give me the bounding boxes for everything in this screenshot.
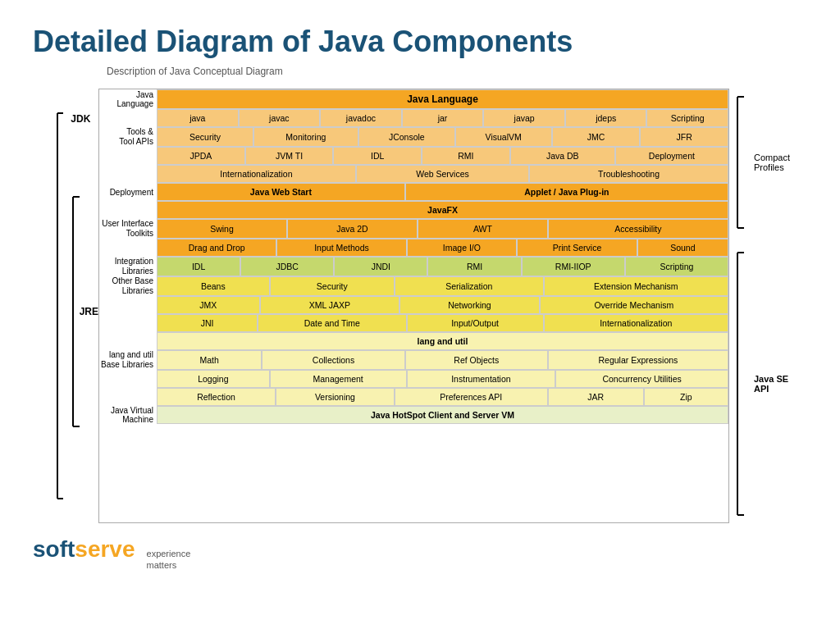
- page-title: Detailed Diagram of Java Components: [33, 25, 807, 59]
- cell-versioning: Versioning: [276, 388, 395, 406]
- cell-jar: jar: [402, 109, 484, 127]
- cell-accessibility: Accessibility: [548, 219, 728, 239]
- cell-deployment: Deployment: [615, 147, 728, 165]
- cell-math: Math: [157, 350, 262, 370]
- subtitle: Description of Java Conceptual Diagram: [107, 66, 807, 77]
- cell-javadoc: javadoc: [320, 109, 402, 127]
- cell-security-tools: Security: [157, 127, 253, 147]
- cell-applet: Applet / Java Plug-in: [405, 183, 728, 201]
- cell-zip: Zip: [644, 388, 728, 406]
- cell-troubleshooting: Troubleshooting: [529, 165, 728, 183]
- cell-javac: javac: [239, 109, 321, 127]
- cell-jar: JAR: [548, 388, 644, 406]
- cell-inputoutput: Input/Output: [407, 314, 544, 332]
- cell-intl1: Internationalization: [157, 165, 356, 183]
- tools-side-label: Tools &Tool APIs: [99, 127, 157, 147]
- compact-profiles-bracket: [733, 89, 754, 236]
- cell-concurrency: Concurrency Utilities: [555, 370, 728, 388]
- cell-imageio: Image I/O: [407, 239, 518, 257]
- cell-security-other: Security: [270, 276, 395, 296]
- cell-serialization: Serialization: [395, 276, 544, 296]
- jre-bracket: [63, 193, 80, 431]
- cell-jni: JNI: [157, 314, 258, 332]
- cell-jmx: JMX: [157, 296, 260, 314]
- cell-beans: Beans: [157, 276, 270, 296]
- cell-networking: Networking: [399, 296, 540, 314]
- cell-jdeps: jdeps: [565, 109, 647, 127]
- cell-javadb: Java DB: [510, 147, 615, 165]
- cell-awt: AWT: [418, 219, 548, 239]
- cell-jmc: JMC: [552, 127, 641, 147]
- cell-java2d: Java 2D: [287, 219, 418, 239]
- java-se-api-bracket: [733, 244, 754, 523]
- cell-swing: Swing: [157, 219, 287, 239]
- jvm-side-label: Java Virtual Machine: [99, 406, 157, 424]
- uitoolkits-side-label: User InterfaceToolkits: [99, 219, 157, 239]
- cell-jfr: JFR: [640, 127, 728, 147]
- cell-scripting1: Scripting: [646, 109, 728, 127]
- cell-idl2: IDL: [157, 257, 240, 276]
- compact-profiles-label: CompactProfiles: [754, 153, 790, 172]
- cell-jpda: JPDA: [157, 147, 245, 165]
- cell-refobjects: Ref Objects: [405, 350, 548, 370]
- cell-scripting2: Scripting: [625, 257, 728, 276]
- cell-visualvm: VisualVM: [455, 127, 552, 147]
- cell-webservices: Web Services: [356, 165, 529, 183]
- cell-jdbc: JDBC: [240, 257, 334, 276]
- cell-instrumentation: Instrumentation: [407, 370, 556, 388]
- cell-javawebstart: Java Web Start: [157, 183, 405, 201]
- cell-extmech: Extension Mechanism: [544, 276, 728, 296]
- cell-collections: Collections: [262, 350, 404, 370]
- jdk-label: JDK: [71, 113, 90, 125]
- cell-rmi1: RMI: [422, 147, 510, 165]
- integration-side-label: IntegrationLibraries: [99, 257, 157, 276]
- cell-jndi: JNDI: [334, 257, 427, 276]
- cell-overridemech: Override Mechanism: [540, 296, 728, 314]
- brand-serve: serve: [75, 536, 135, 563]
- cell-idl1: IDL: [333, 147, 422, 165]
- cell-logging: Logging: [157, 370, 270, 388]
- cell-javafx: JavaFX: [157, 201, 728, 219]
- deployment-side-label: Deployment: [99, 183, 157, 201]
- cell-regex: Regular Expressions: [548, 350, 728, 370]
- langutil-side-label: lang and utilBase Libraries: [99, 350, 157, 370]
- brand-tagline: experiencematters: [147, 548, 191, 572]
- cell-rmiiiop: RMI-IIOP: [522, 257, 625, 276]
- cell-management: Management: [270, 370, 407, 388]
- cell-jconsole: JConsole: [358, 127, 455, 147]
- jre-label: JRE: [80, 306, 98, 317]
- cell-monitoring: Monitoring: [253, 127, 358, 147]
- jdk-bracket: [41, 105, 63, 507]
- brand-soft: soft: [33, 536, 75, 563]
- cell-javap: javap: [483, 109, 565, 127]
- java-language-header: Java Language: [157, 89, 728, 109]
- cell-sound: Sound: [637, 239, 728, 257]
- diagram-grid: Java Language Java Language java javac j…: [98, 89, 729, 523]
- java-language-side-label: Java Language: [99, 89, 157, 109]
- cell-xmljaxp: XML JAXP: [260, 296, 400, 314]
- cell-java: java: [157, 109, 239, 127]
- cell-prefsapi: Preferences API: [395, 388, 548, 406]
- cell-jvmti: JVM TI: [245, 147, 334, 165]
- java-se-api-label: Java SEAPI: [754, 374, 788, 394]
- cell-draganddrop: Drag and Drop: [157, 239, 276, 257]
- cell-inputmethods: Input Methods: [276, 239, 406, 257]
- cell-hotspot: Java HotSpot Client and Server VM: [157, 406, 728, 424]
- cell-rmi2: RMI: [427, 257, 521, 276]
- cell-datetime: Date and Time: [258, 314, 407, 332]
- cell-printservice: Print Service: [517, 239, 637, 257]
- cell-reflection: Reflection: [157, 388, 276, 406]
- cell-intl2: Internationalization: [544, 314, 728, 332]
- otherbase-side-label: Other BaseLibraries: [99, 276, 157, 296]
- cell-langutil-header: lang and util: [157, 332, 728, 350]
